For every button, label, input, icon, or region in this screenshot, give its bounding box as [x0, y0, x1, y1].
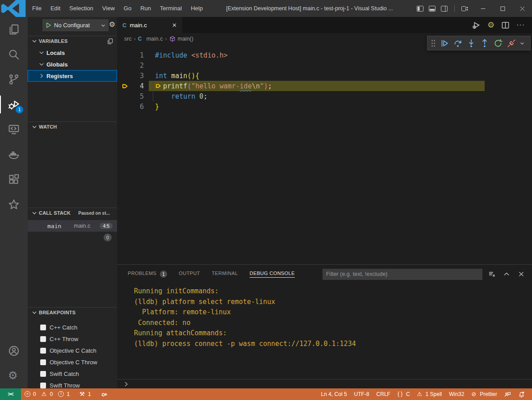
step-into-button[interactable]	[466, 38, 477, 49]
panel-tab-problems[interactable]: PROBLEMS1	[128, 271, 167, 278]
debug-console-output[interactable]: Running initCommands:(lldb) platform sel…	[117, 283, 532, 379]
settings-gear-activity-button[interactable]: ⚙	[0, 363, 28, 388]
maximize-panel-icon[interactable]	[503, 271, 510, 278]
breadcrumb-item[interactable]: main()	[178, 36, 193, 42]
checkbox-unchecked[interactable]	[40, 383, 46, 388]
source-control-activity-button[interactable]	[0, 67, 28, 92]
step-over-button[interactable]	[452, 38, 463, 49]
toggle-sidebar-icon[interactable]	[416, 5, 424, 12]
remote-indicator[interactable]: ><	[0, 388, 21, 400]
split-editor-icon[interactable]	[501, 21, 510, 29]
variables-header[interactable]: VARIABLES	[28, 36, 117, 46]
menu-selection[interactable]: Selection	[65, 0, 97, 17]
close-tab-icon[interactable]: ✕	[172, 22, 177, 29]
variables-item-locals[interactable]: Locals	[28, 47, 117, 58]
menu-terminal[interactable]: Terminal	[155, 0, 186, 17]
call-stack-header[interactable]: CALL STACK Paused on st...	[28, 208, 117, 218]
warning-status-item[interactable]: ⚠1 Spell	[414, 388, 446, 400]
crlf-status-item[interactable]: CRLF	[373, 388, 394, 400]
docker-activity-button[interactable]	[0, 142, 28, 167]
maximize-button[interactable]	[493, 0, 512, 17]
breakpoint-row[interactable]: Objective C Throw	[28, 356, 117, 368]
console-filter-input[interactable]	[323, 269, 482, 280]
debug-console-input[interactable]	[117, 379, 532, 388]
session-row[interactable]: 0	[28, 232, 117, 243]
panel-tab-output[interactable]: OUTPUT	[179, 271, 200, 278]
start-debug-icon[interactable]	[45, 22, 52, 29]
close-window-button[interactable]	[512, 0, 532, 17]
menu-help[interactable]: Help	[186, 0, 207, 17]
toggle-secondary-sidebar-icon[interactable]	[440, 5, 448, 12]
debug-config-dropdown[interactable]: No Configurat	[42, 19, 109, 31]
drag-grip-icon[interactable]	[430, 39, 436, 48]
bell-dot-status-item[interactable]	[515, 388, 528, 400]
code-line-3[interactable]: 3int main(){	[117, 71, 532, 81]
breakpoint-row[interactable]: C++ Throw	[28, 333, 117, 345]
checkbox-unchecked[interactable]	[40, 336, 46, 342]
menu-bar: FileEditSelectionViewGoRunTerminalHelp	[28, 0, 207, 17]
copy-icon[interactable]	[107, 38, 113, 45]
debug-settings-gear-icon[interactable]: ⚙	[109, 21, 115, 28]
breakpoint-row[interactable]: Swift Catch	[28, 368, 117, 379]
tab-main-c[interactable]: C main.c ✕	[117, 17, 182, 33]
prettier-status-item[interactable]: ⊘Prettier	[468, 388, 501, 400]
code-line-4[interactable]: 4printf("hello wamr-ide\n");	[117, 81, 532, 91]
checkbox-unchecked[interactable]	[40, 371, 46, 377]
run-or-debug-icon[interactable]	[472, 21, 481, 29]
panel-tab-label: DEBUG CONSOLE	[250, 271, 295, 278]
code-line-1[interactable]: 1#include <stdio.h>	[117, 50, 532, 60]
code-area[interactable]: 1#include <stdio.h>23int main(){4printf(…	[117, 45, 532, 264]
stack-frame-row[interactable]: mainmain.c4:5	[28, 220, 117, 232]
win32-status-item[interactable]: Win32	[445, 388, 468, 400]
debug-status-status-item[interactable]	[98, 388, 110, 400]
menu-go[interactable]: Go	[119, 0, 136, 17]
minimize-button[interactable]	[473, 0, 493, 17]
step-out-button[interactable]	[479, 38, 490, 49]
menu-edit[interactable]: Edit	[46, 0, 65, 17]
error-status-item[interactable]: ×0	[22, 388, 39, 400]
utf-8-status-item[interactable]: UTF-8	[351, 388, 373, 400]
panel-tab-terminal[interactable]: TERMINAL	[212, 271, 238, 278]
remote-explorer-activity-button[interactable]	[0, 117, 28, 142]
info-status-item[interactable]: i1	[55, 388, 72, 400]
run-and-debug-activity-button[interactable]: 1	[0, 92, 28, 117]
checkbox-unchecked[interactable]	[40, 325, 46, 330]
breakpoint-row[interactable]: C++ Catch	[28, 321, 117, 333]
account-activity-button[interactable]	[0, 338, 28, 363]
chevron-down-icon[interactable]	[519, 41, 525, 46]
code-line-2[interactable]: 2	[117, 60, 532, 71]
breadcrumb-item[interactable]: src	[124, 36, 132, 42]
extensions-activity-button[interactable]	[0, 167, 28, 192]
gear-icon[interactable]: ⚙	[487, 21, 494, 29]
warning-status-item[interactable]: ⚠0	[39, 388, 56, 400]
checkbox-unchecked[interactable]	[40, 359, 46, 365]
code-line-5[interactable]: 5 return 0;	[117, 91, 532, 101]
menu-file[interactable]: File	[28, 0, 46, 17]
restart-button[interactable]	[493, 38, 503, 49]
breakpoints-header[interactable]: BREAKPOINTS	[28, 308, 117, 317]
menu-run[interactable]: Run	[136, 0, 155, 17]
customize-layout-icon[interactable]	[461, 5, 469, 12]
feedback-status-item[interactable]	[501, 388, 515, 400]
ln-4-col-5-status-item[interactable]: Ln 4, Col 5	[318, 388, 351, 400]
tools-status-item[interactable]: ⚒1	[77, 388, 94, 400]
breadcrumb-item[interactable]: main.c	[147, 36, 163, 42]
search-activity-button[interactable]	[0, 42, 28, 67]
variables-item-registers[interactable]: Registers	[28, 70, 117, 82]
disconnect-button[interactable]	[506, 38, 517, 49]
code-line-6[interactable]: 6}	[117, 101, 532, 112]
variables-item-globals[interactable]: Globals	[28, 58, 117, 70]
checkbox-unchecked[interactable]	[40, 348, 46, 354]
ellipsis-icon[interactable]: ···	[516, 21, 525, 29]
star-activity-button[interactable]	[0, 192, 28, 217]
clear-console-icon[interactable]	[488, 271, 495, 278]
close-panel-icon[interactable]	[518, 271, 525, 278]
watch-header[interactable]: WATCH	[28, 122, 117, 132]
panel-tab-debug-console[interactable]: DEBUG CONSOLE	[250, 271, 295, 278]
braces-status-item[interactable]: { }C	[394, 388, 414, 400]
files-activity-button[interactable]	[0, 17, 28, 42]
toggle-panel-icon[interactable]	[428, 5, 436, 12]
continue-button[interactable]	[439, 38, 450, 49]
menu-view[interactable]: View	[98, 0, 119, 17]
breakpoint-row[interactable]: Objective C Catch	[28, 345, 117, 356]
